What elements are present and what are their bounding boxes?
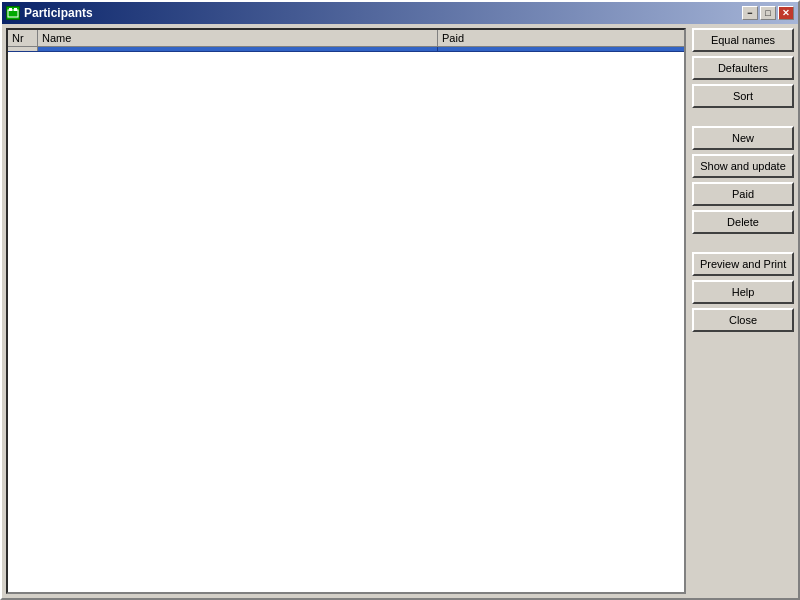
svg-rect-2 — [14, 8, 17, 11]
content-area: Nr Name Paid Equal names Defaulters Sort… — [2, 24, 798, 598]
spacer-2 — [692, 238, 794, 248]
help-button[interactable]: Help — [692, 280, 794, 304]
spacer-1 — [692, 112, 794, 122]
row-name — [38, 47, 438, 51]
title-bar-left: Participants — [6, 6, 93, 20]
svg-rect-0 — [8, 10, 18, 17]
main-window: Participants − □ ✕ Nr Name Paid Equal na… — [0, 0, 800, 600]
close-button[interactable]: Close — [692, 308, 794, 332]
svg-rect-1 — [9, 8, 12, 11]
sidebar: Equal names Defaulters Sort New Show and… — [688, 24, 798, 598]
preview-and-print-button[interactable]: Preview and Print — [692, 252, 794, 276]
table-header: Nr Name Paid — [8, 30, 684, 47]
close-window-button[interactable]: ✕ — [778, 6, 794, 20]
row-paid — [438, 47, 684, 51]
row-nr — [8, 47, 38, 51]
sort-button[interactable]: Sort — [692, 84, 794, 108]
column-name: Name — [38, 30, 438, 46]
window-title: Participants — [24, 6, 93, 20]
show-and-update-button[interactable]: Show and update — [692, 154, 794, 178]
participants-table: Nr Name Paid — [6, 28, 686, 594]
column-paid: Paid — [438, 30, 684, 46]
defaulters-button[interactable]: Defaulters — [692, 56, 794, 80]
maximize-button[interactable]: □ — [760, 6, 776, 20]
minimize-button[interactable]: − — [742, 6, 758, 20]
delete-button[interactable]: Delete — [692, 210, 794, 234]
title-controls: − □ ✕ — [742, 6, 794, 20]
equal-names-button[interactable]: Equal names — [692, 28, 794, 52]
window-icon — [6, 6, 20, 20]
paid-button[interactable]: Paid — [692, 182, 794, 206]
new-button[interactable]: New — [692, 126, 794, 150]
column-nr: Nr — [8, 30, 38, 46]
title-bar: Participants − □ ✕ — [2, 2, 798, 24]
table-row[interactable] — [8, 47, 684, 52]
